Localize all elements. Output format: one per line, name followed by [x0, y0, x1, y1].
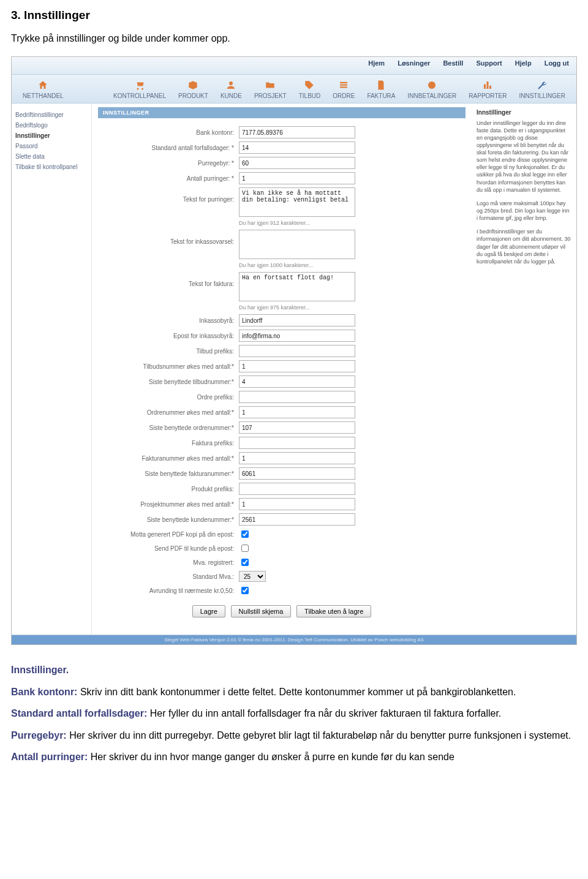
p1-label: Innstillinger. — [11, 665, 69, 675]
label-tilbudprefiks: Tilbud prefiks: — [105, 348, 239, 355]
sidebar-item-tilbake[interactable]: Tilbake til kontrollpanel — [15, 162, 88, 172]
home-icon — [37, 80, 48, 91]
p5-label: Antall purringer: — [11, 752, 88, 762]
sidebar-item-bedriftinnstillinger[interactable]: Bedriftinnstillinger — [15, 110, 88, 120]
list-icon — [338, 80, 349, 91]
nav-netthandel[interactable]: NETTHANDEL — [17, 78, 70, 100]
nav-label: KUNDE — [221, 92, 242, 99]
tilbake-button[interactable]: Tilbake uten å lagre — [296, 605, 371, 617]
p3-label: Standard antall forfallsdager: — [11, 708, 147, 719]
nav-label: INNBETALINGER — [408, 92, 457, 99]
p4-label: Purregebyr: — [11, 730, 67, 741]
sidebar-item-passord[interactable]: Passord — [15, 141, 88, 151]
center-panel: INNSTILLINGER Bank kontonr: Standard ant… — [92, 104, 472, 635]
topnav-hjelp[interactable]: Hjelp — [515, 59, 532, 67]
svg-point-0 — [428, 81, 435, 89]
label-inkassovarsel: Tekst for inkassovarsel: — [105, 230, 239, 245]
nullstill-button[interactable]: Nullstill skjema — [231, 605, 292, 617]
box-icon — [187, 80, 198, 91]
right-p3: I bedriftsinnstillinger ser du informasj… — [477, 228, 571, 265]
nav-kontrollpanel[interactable]: KONTROLLPANEL — [107, 78, 172, 100]
nav-label: PRODUKT — [178, 92, 208, 99]
label-ordreprefiks: Ordre prefiks: — [105, 394, 239, 401]
nav-prosjekt[interactable]: PROSJEKT — [248, 78, 293, 100]
input-forfallsdager[interactable] — [239, 141, 355, 154]
settings-form: Bank kontonr: Standard antall forfallsda… — [98, 118, 466, 627]
topnav-bestill[interactable]: Bestill — [443, 59, 463, 67]
label-mvareg: Mva. registrert: — [105, 559, 239, 566]
label-antallpurringer: Antall purringer: * — [105, 175, 239, 182]
nav-label: INNSTILLINGER — [519, 92, 565, 99]
nav-innstillinger[interactable]: INNSTILLINGER — [513, 78, 571, 100]
sidebar-left: Bedriftinnstillinger Bedriftslogo Innsti… — [12, 104, 92, 635]
label-forfallsdager: Standard antall forfallsdager: * — [105, 145, 239, 151]
input-purregebyr[interactable] — [239, 157, 355, 169]
nav-produkt[interactable]: PRODUKT — [172, 78, 214, 100]
checkbox-avrunding[interactable] — [241, 587, 249, 594]
hint-tekstpurringer: Du har igjen 912 karakterer... — [239, 220, 458, 226]
nav-label: RAPPORTER — [469, 92, 507, 99]
checkbox-pdfkopi[interactable] — [241, 530, 249, 538]
label-avrunding: Avrunding til nærmeste kr.0,50: — [105, 587, 239, 594]
input-bankkontonr[interactable] — [239, 126, 355, 138]
sidebar-item-innstillinger[interactable]: Innstillinger — [15, 130, 88, 141]
topnav-loggut[interactable]: Logg ut — [545, 59, 569, 67]
input-fakturaprefiks[interactable] — [239, 437, 355, 449]
sidebar-item-bedriftslogo[interactable]: Bedriftslogo — [15, 120, 88, 130]
textarea-tekstfaktura[interactable]: Ha en fortsatt flott dag! — [239, 272, 355, 301]
input-ordreprefiks[interactable] — [239, 391, 355, 403]
textarea-inkassovarsel[interactable] — [239, 230, 355, 259]
input-sistekunde[interactable] — [239, 513, 355, 526]
input-sisteordre[interactable] — [239, 421, 355, 434]
p5-text: Her skriver du inn hvor mange ganger du … — [88, 752, 454, 762]
nav-innbetalinger[interactable]: INNBETALINGER — [402, 78, 463, 100]
nav-rapporter[interactable]: RAPPORTER — [462, 78, 513, 100]
input-sistefaktura[interactable] — [239, 467, 355, 480]
input-antallpurringer[interactable] — [239, 172, 355, 184]
label-sistetilbud: Siste benyttede tilbudnummer:* — [105, 379, 239, 385]
nav-label: NETTHANDEL — [23, 92, 64, 99]
label-fakturaokes: Fakturanummer økes med antall:* — [105, 455, 239, 462]
label-sistefaktura: Siste benyttede fakturanummer:* — [105, 470, 239, 477]
topnav-support[interactable]: Support — [476, 59, 502, 67]
select-stdmva[interactable]: 25 — [239, 571, 266, 582]
nav-kunde[interactable]: KUNDE — [214, 78, 248, 100]
p2-label: Bank kontonr: — [11, 687, 77, 697]
sidebar-right: Innstillinger Under innstillinger legger… — [472, 104, 576, 635]
nav-tilbud[interactable]: TILBUD — [293, 78, 327, 100]
label-fakturaprefiks: Faktura prefiks: — [105, 440, 239, 447]
nav-label: FAKTURA — [367, 92, 395, 99]
input-fakturaokes[interactable] — [239, 452, 355, 464]
nav-ordre[interactable]: ORDRE — [326, 78, 361, 100]
nav-label: PROSJEKT — [254, 92, 287, 99]
button-row: Lagre Nullstill skjema Tilbake uten å la… — [105, 599, 458, 621]
nav-label: ORDRE — [333, 92, 355, 99]
input-inkassobyra[interactable] — [239, 314, 355, 326]
input-epostinkasso[interactable] — [239, 330, 355, 342]
input-produktprefiks[interactable] — [239, 483, 355, 495]
checkbox-mvareg[interactable] — [241, 559, 249, 566]
label-purregebyr: Purregebyr: * — [105, 160, 239, 167]
app-screenshot: Hjem Løsninger Bestill Support Hjelp Log… — [11, 56, 577, 645]
checkbox-sendpdf[interactable] — [241, 545, 249, 552]
input-prosjektokes[interactable] — [239, 498, 355, 510]
label-sistekunde: Siste benyttede kundenummer:* — [105, 516, 239, 523]
label-inkassobyra: Inkassobyrå: — [105, 317, 239, 324]
label-produktprefiks: Produkt prefiks: — [105, 486, 239, 492]
input-tilbudokes[interactable] — [239, 360, 355, 372]
topnav-losninger[interactable]: Løsninger — [398, 59, 430, 67]
label-sisteordre: Siste benyttede ordrenummer:* — [105, 424, 239, 431]
lagre-button[interactable]: Lagre — [192, 605, 225, 617]
topnav-hjem[interactable]: Hjem — [368, 59, 385, 67]
input-ordreokes[interactable] — [239, 406, 355, 418]
doc-heading: 3. Innstillinger — [11, 9, 577, 22]
right-p1: Under innstillinger legger du inn dine f… — [477, 119, 571, 194]
label-tekstpurringer: Tekst for purringer: — [105, 187, 239, 203]
sidebar-item-slettedata[interactable]: Slette data — [15, 151, 88, 162]
nav-faktura[interactable]: FAKTURA — [361, 78, 401, 100]
textarea-tekstpurringer[interactable]: Vi kan ikke se å ha mottatt din betaling… — [239, 187, 355, 217]
footer: Steget Web Faktura Versjon 2.01 © firma … — [12, 635, 576, 644]
input-tilbudprefiks[interactable] — [239, 345, 355, 357]
p3-text: Her fyller du inn antall forfallsdager f… — [147, 708, 501, 719]
input-sistetilbud[interactable] — [239, 375, 355, 388]
